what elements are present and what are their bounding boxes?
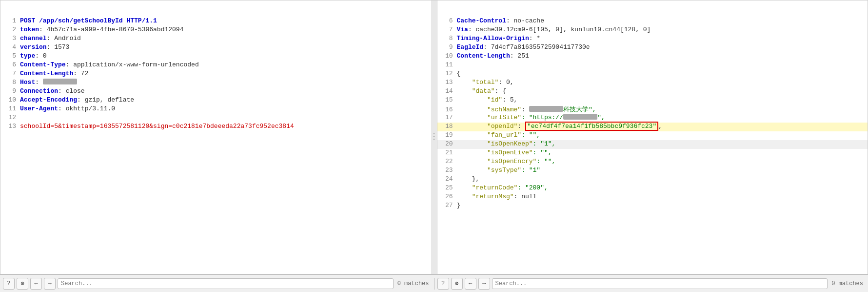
line-content: token: 4b57c71a-a999-4fbe-8670-5306abd12… xyxy=(20,26,427,33)
right-code-content: 6Cache-Control: no-cache7Via: cache39.12… xyxy=(437,0,868,212)
code-token: "schName" xyxy=(487,106,521,113)
code-token: : 5, xyxy=(502,96,517,104)
line-content: "isOpenLive": "", xyxy=(457,149,864,156)
code-token: Accept-Encoding xyxy=(20,96,77,104)
code-token: : xyxy=(521,106,529,113)
code-token: : "200", xyxy=(517,184,548,191)
table-row: 12 xyxy=(0,114,431,123)
table-row: 20 "isOpenKeep": "1", xyxy=(437,140,868,149)
code-token: "returnMsg" xyxy=(472,193,514,200)
line-number: 22 xyxy=(441,158,453,165)
code-token: : "https:// xyxy=(521,114,563,121)
line-content: Content-Length: 251 xyxy=(457,52,864,60)
line-number: 3 xyxy=(4,35,16,42)
table-row: 15 "id": 5, xyxy=(437,96,868,105)
panel-divider[interactable]: ⋮ xyxy=(431,0,437,274)
code-token: : xyxy=(58,105,66,112)
line-content: } xyxy=(457,202,864,209)
blurred-content xyxy=(43,79,77,84)
line-number: 1 xyxy=(4,17,16,24)
line-content: type: 0 xyxy=(20,52,427,60)
table-row: 27} xyxy=(437,202,868,210)
code-token: : xyxy=(468,26,476,33)
code-token: }, xyxy=(472,175,480,183)
question-icon-right: ? xyxy=(441,280,445,287)
code-token: : "1", xyxy=(533,140,556,147)
code-token: version xyxy=(20,43,47,51)
table-row: 1POST /app/sch/getSchoolById HTTP/1.1 xyxy=(0,17,431,26)
code-token: gzip, deflate xyxy=(85,96,134,104)
line-number: 18 xyxy=(441,123,453,130)
code-token: : xyxy=(58,87,66,95)
right-arrow-icon: → xyxy=(48,280,51,287)
code-token: cache39.12cm9-6[105, 0], kunlun10.cn44[1… xyxy=(476,26,651,33)
line-content: "returnCode": "200", xyxy=(457,184,864,191)
indent xyxy=(457,149,487,156)
code-token: "urlSite" xyxy=(487,114,521,121)
code-token: : xyxy=(506,17,514,24)
line-number: 7 xyxy=(441,26,453,33)
indent xyxy=(457,114,487,121)
line-content: version: 1573 xyxy=(20,43,427,51)
line-number: 24 xyxy=(441,175,453,183)
code-token: "id" xyxy=(487,96,502,104)
left-arrow-icon-right: ← xyxy=(469,280,472,287)
indent xyxy=(457,79,472,86)
code-token: Timing-Allow-Origin xyxy=(457,35,529,42)
code-token: Content-Type xyxy=(20,61,66,68)
line-content: Timing-Allow-Origin: * xyxy=(457,35,864,42)
indent xyxy=(457,158,487,165)
line-content: "fan_url": "", xyxy=(457,131,864,139)
left-back-button[interactable]: ← xyxy=(30,278,42,290)
indent xyxy=(457,123,487,130)
left-arrow-icon: ← xyxy=(34,280,38,287)
left-settings-button[interactable]: ⚙ xyxy=(17,278,28,290)
code-token: : "", xyxy=(521,131,540,139)
left-help-button[interactable]: ? xyxy=(3,278,15,290)
code-token: close xyxy=(66,87,85,95)
right-back-button[interactable]: ← xyxy=(465,278,476,290)
code-token: Connection xyxy=(20,87,58,95)
line-content: "total": 0, xyxy=(457,79,864,86)
code-token: channel xyxy=(20,35,47,42)
code-token: schoolId=5&timestamp=1635572581120&sign=… xyxy=(20,123,294,130)
line-content: }, xyxy=(457,175,864,183)
line-number: 19 xyxy=(441,131,453,139)
line-content: Content-Length: 72 xyxy=(20,70,427,77)
code-token: : "", xyxy=(533,149,552,156)
table-row: 5type: 0 xyxy=(0,52,431,61)
code-token: } xyxy=(457,202,461,209)
left-forward-button[interactable]: → xyxy=(44,278,56,290)
right-forward-button[interactable]: → xyxy=(478,278,490,290)
line-number: 12 xyxy=(441,70,453,77)
left-code-content: 1POST /app/sch/getSchoolById HTTP/1.12to… xyxy=(0,0,431,133)
code-token: "data" xyxy=(472,87,495,95)
table-row: 13schoolId=5&timestamp=1635572581120&sig… xyxy=(0,123,431,131)
code-token: : xyxy=(77,96,85,104)
line-number: 21 xyxy=(441,149,453,156)
line-number: 20 xyxy=(441,140,453,147)
table-row: 10Content-Length: 251 xyxy=(437,52,868,61)
bottom-toolbar: ? ⚙ ← → 0 matches ? ⚙ ← → 0 matches xyxy=(0,274,868,292)
code-token: Host xyxy=(20,79,35,86)
code-token: 科技大学", xyxy=(563,106,596,113)
line-number: 23 xyxy=(441,167,453,174)
code-token: Via xyxy=(457,26,468,33)
left-search-input[interactable] xyxy=(58,278,394,289)
code-token: : xyxy=(529,35,537,42)
right-settings-button[interactable]: ⚙ xyxy=(451,278,463,290)
line-number: 8 xyxy=(4,79,16,86)
right-search-input[interactable] xyxy=(492,278,828,289)
code-token: "sysType" xyxy=(487,167,521,174)
line-content: Cache-Control: no-cache xyxy=(457,17,864,24)
table-row: 26 "returnMsg": null xyxy=(437,193,868,202)
code-token: Android xyxy=(54,35,81,42)
right-help-button[interactable]: ? xyxy=(437,278,449,290)
code-token: Content-Length xyxy=(20,70,73,77)
code-token: : xyxy=(517,123,525,130)
code-token: application/x-www-form-urlencoded xyxy=(73,61,198,68)
line-content: "schName": 科技大学", xyxy=(457,105,864,114)
code-token: : null xyxy=(514,193,537,200)
indent xyxy=(457,140,487,147)
line-number: 27 xyxy=(441,202,453,209)
